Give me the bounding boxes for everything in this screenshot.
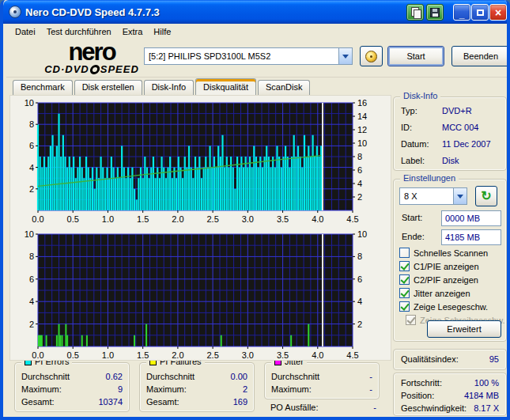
app-disc-icon [9,6,21,18]
svg-text:1.0: 1.0 [102,214,114,224]
tab-disk-info[interactable]: Disk-Info [144,80,194,95]
disk-info-row: Datum:11 Dec 2007 [394,136,506,153]
drive-select[interactable]: [5:2] PHILIPS SPD3100L M5S2 [144,47,353,65]
minimize-button[interactable]: _ [453,4,470,21]
maximize-icon [477,9,484,16]
drive-select-value: [5:2] PHILIPS SPD3100L M5S2 [145,48,338,64]
app-window: Nero CD-DVD Speed 4.7.7.3 _ × Datei Test… [0,0,510,420]
svg-text:6: 6 [29,141,34,150]
refresh-icon: ↻ [481,190,491,202]
menu-bar: Datei Test durchführen Extra Hilfe [6,24,510,39]
quality-index-group: Qualitätsindex: 95 [393,349,507,370]
svg-text:8: 8 [357,252,362,261]
menu-extra[interactable]: Extra [117,26,149,37]
start-position-field[interactable]: 0000 MB [441,210,501,226]
stat-row: Maximum:9 [21,383,123,395]
svg-text:16: 16 [357,98,367,108]
svg-text:6: 6 [29,274,34,284]
svg-text:4.5: 4.5 [346,214,358,224]
jitter-stats-group: Jitter Durchschnitt- Maximum:- [264,362,380,399]
checkbox-icon [399,261,410,271]
checkbox-zeige-lesegeschw[interactable]: Zeige Lesegeschw. [399,301,488,312]
checkbox-icon [399,248,410,258]
settings-title: Einstellungen [400,173,459,183]
chevron-down-icon [342,55,349,59]
svg-text:0.0: 0.0 [32,350,43,360]
stat-row: Durchschnitt0.00 [146,370,247,383]
svg-text:8: 8 [29,252,34,261]
disc-icon [89,65,100,74]
scan-speed-select[interactable]: 8 X [399,187,467,205]
tab-disk-erstellen[interactable]: Disk erstellen [74,80,142,95]
checkbox-icon [399,274,410,285]
svg-text:2: 2 [29,320,34,329]
svg-text:3.0: 3.0 [242,214,254,224]
progress-row: Position:4184 MB [401,389,499,402]
advanced-button[interactable]: Erweitert [427,320,501,338]
save-button[interactable] [426,4,444,21]
svg-text:2.0: 2.0 [172,214,183,224]
close-button[interactable]: × [489,4,507,21]
eject-disc-button[interactable] [360,46,383,66]
checkbox-icon [399,301,410,312]
svg-text:4: 4 [29,297,34,306]
copy-to-clipboard-button[interactable] [406,4,424,21]
menu-datei[interactable]: Datei [9,26,41,37]
svg-text:6: 6 [357,165,362,175]
tab-scandisk[interactable]: ScanDisk [258,80,310,95]
start-position-label: Start: [402,213,422,222]
menu-test-durchfuehren[interactable]: Test durchführen [41,26,117,37]
chart-panel: 2468102468101214160.00.51.01.52.02.53.03… [9,95,391,361]
svg-text:8: 8 [29,119,34,129]
svg-text:10: 10 [25,98,34,108]
stat-row: Durchschnitt- [271,370,372,383]
svg-text:3.5: 3.5 [277,214,289,224]
end-position-field[interactable]: 4185 MB [441,229,501,245]
checkbox-icon [399,288,410,298]
svg-text:1.5: 1.5 [137,214,149,224]
svg-text:4: 4 [29,163,34,172]
save-icon [430,8,440,17]
svg-text:2.5: 2.5 [206,350,218,360]
tab-diskqualitaet[interactable]: Diskqualität [195,78,256,95]
quality-index-label: Qualitätsindex: [401,350,459,369]
svg-text:4.0: 4.0 [312,350,323,360]
maximize-button[interactable] [471,4,489,21]
logo-cd-dvd-text: CD·DVD [44,63,89,75]
start-button[interactable]: Start [387,46,444,66]
refresh-speeds-button[interactable]: ↻ [475,186,497,206]
svg-text:10: 10 [25,229,34,239]
svg-text:8: 8 [357,152,362,161]
stat-row: Maximum:- [271,383,372,395]
svg-text:4: 4 [357,179,362,188]
stat-row: Gesamt:169 [146,395,247,408]
nero-logo: nero CD·DVDSPEED [28,40,155,75]
quit-button[interactable]: Beenden [451,46,510,66]
svg-text:10: 10 [357,229,367,239]
svg-text:2.0: 2.0 [172,350,183,360]
checkbox-schnelles-scannen[interactable]: Schnelles Scannen [399,248,488,258]
svg-text:10: 10 [357,138,367,148]
checkbox-icon [406,315,416,325]
disk-info-row: Typ:DVD+R [394,103,506,119]
pi-errors-chart: 2468102468101214160.00.51.01.52.02.53.03… [10,96,392,229]
drive-select-dropdown-button[interactable] [338,48,352,64]
checkbox-jitter-anzeigen[interactable]: Jitter anzeigen [399,288,470,298]
stat-row: Durchschnitt0.62 [21,370,123,383]
pi-failures-chart: 2468102468100.00.51.01.52.02.53.03.54.04… [10,229,392,361]
gold-disc-icon [365,51,377,62]
progress-row: Geschwindigkeit:8.17 X [401,402,499,414]
svg-text:3.5: 3.5 [277,350,289,360]
stat-row: Maximum:2 [146,383,247,395]
checkbox-c1-pie-anzeigen[interactable]: C1/PIE anzeigen [399,261,479,271]
scan-speed-dropdown-button[interactable] [453,188,467,204]
stat-row: Gesamt:10374 [21,395,123,408]
nero-logo-text: nero [28,40,155,63]
menu-hilfe[interactable]: Hilfe [148,26,176,37]
logo-speed-text: SPEED [100,63,139,75]
svg-text:0.5: 0.5 [67,214,79,224]
chevron-down-icon [457,195,463,199]
close-icon: × [495,7,501,18]
checkbox-c2-pif-anzeigen[interactable]: C2/PIF anzeigen [399,274,478,285]
tab-benchmark[interactable]: Benchmark [13,80,73,95]
